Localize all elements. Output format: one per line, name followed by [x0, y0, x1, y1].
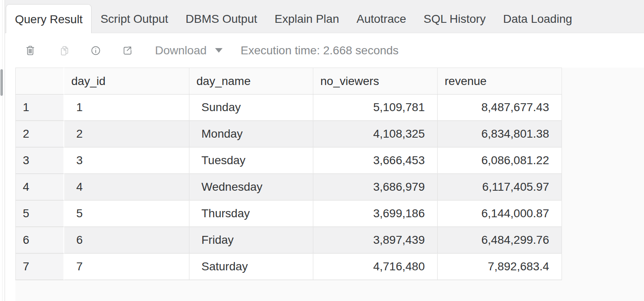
open-in-new-button[interactable] — [121, 44, 133, 58]
cell-revenue[interactable]: 6,484,299.76 — [438, 227, 562, 254]
cell-day_name[interactable]: Saturday — [189, 254, 313, 280]
row-number-cell[interactable]: 2 — [15, 121, 64, 148]
cell-day_id[interactable]: 7 — [64, 254, 189, 280]
cell-day_name[interactable]: Tuesday — [189, 148, 313, 174]
table-row: 33Tuesday3,666,4536,086,081.22 — [15, 148, 562, 174]
table-header: day_idday_nameno_viewersrevenue — [15, 68, 562, 95]
cell-no_viewers[interactable]: 3,686,979 — [313, 174, 438, 201]
result-grid-region: day_idday_nameno_viewersrevenue 11Sunday… — [15, 68, 644, 301]
cell-revenue[interactable]: 6,086,081.22 — [438, 148, 562, 174]
table-row: 11Sunday5,109,7818,487,677.43 — [15, 95, 562, 121]
row-number-cell[interactable]: 6 — [15, 227, 64, 254]
tab-sql-history[interactable]: SQL History — [415, 0, 494, 33]
cell-no_viewers[interactable]: 3,666,453 — [313, 148, 438, 174]
table-header-row: day_idday_nameno_viewersrevenue — [15, 68, 562, 95]
cell-day_id[interactable]: 1 — [64, 95, 189, 121]
tab-autotrace[interactable]: Autotrace — [348, 0, 415, 33]
cell-day_name[interactable]: Wednesday — [189, 174, 313, 201]
cell-day_name[interactable]: Friday — [189, 227, 313, 254]
tab-script-output[interactable]: Script Output — [92, 0, 177, 33]
delete-result-button[interactable] — [24, 44, 36, 58]
cell-no_viewers[interactable]: 3,897,439 — [313, 227, 438, 254]
chevron-down-icon — [215, 48, 223, 53]
cell-no_viewers[interactable]: 3,699,186 — [313, 201, 438, 227]
cell-day_name[interactable]: Monday — [189, 121, 313, 148]
cell-no_viewers[interactable]: 4,108,325 — [313, 121, 438, 148]
table-row: 44Wednesday3,686,9796,117,405.97 — [15, 174, 562, 201]
copy-result-button[interactable] — [58, 44, 70, 58]
cell-revenue[interactable]: 7,892,683.4 — [438, 254, 562, 280]
cell-no_viewers[interactable]: 5,109,781 — [313, 95, 438, 121]
cell-no_viewers[interactable]: 4,716,480 — [313, 254, 438, 280]
table-row: 66Friday3,897,4396,484,299.76 — [15, 227, 562, 254]
result-toolbar: Download Execution time: 2.668 seconds — [5, 33, 644, 68]
row-number-cell[interactable]: 3 — [15, 148, 64, 174]
table-row: 55Thursday3,699,1866,144,000.87 — [15, 201, 562, 227]
row-number-cell[interactable]: 7 — [15, 254, 64, 280]
download-label: Download — [155, 44, 207, 57]
query-result-table: day_idday_nameno_viewersrevenue 11Sunday… — [15, 68, 562, 280]
trash-icon — [24, 45, 36, 56]
table-body: 11Sunday5,109,7818,487,677.4322Monday4,1… — [15, 95, 562, 280]
cell-day_id[interactable]: 3 — [64, 148, 189, 174]
cell-day_name[interactable]: Sunday — [189, 95, 313, 121]
copy-icon — [58, 45, 70, 56]
table-row: 22Monday4,108,3256,834,801.38 — [15, 121, 562, 148]
cell-day_id[interactable]: 2 — [64, 121, 189, 148]
row-number-cell[interactable]: 5 — [15, 201, 64, 227]
left-scrollbar-track — [0, 0, 5, 301]
column-header-no_viewers[interactable]: no_viewers — [313, 68, 438, 95]
tab-bar: Query ResultScript OutputDBMS OutputExpl… — [5, 0, 644, 33]
row-number-cell[interactable]: 1 — [15, 95, 64, 121]
download-dropdown[interactable]: Download — [155, 44, 223, 57]
corner-header-cell — [15, 68, 64, 95]
tab-dbms-output[interactable]: DBMS Output — [177, 0, 266, 33]
column-header-revenue[interactable]: revenue — [438, 68, 562, 95]
tab-query-result[interactable]: Query Result — [6, 4, 92, 33]
gutter-divider — [2, 0, 2, 301]
info-button[interactable] — [90, 44, 102, 58]
cell-day_name[interactable]: Thursday — [189, 201, 313, 227]
cell-revenue[interactable]: 6,144,000.87 — [438, 201, 562, 227]
execution-time-label: Execution time: 2.668 seconds — [241, 44, 399, 57]
tab-explain-plan[interactable]: Explain Plan — [266, 0, 348, 33]
open-in-new-icon — [121, 45, 133, 56]
column-header-day_name[interactable]: day_name — [189, 68, 313, 95]
cell-revenue[interactable]: 6,117,405.97 — [438, 174, 562, 201]
cell-day_id[interactable]: 5 — [64, 201, 189, 227]
cell-revenue[interactable]: 6,834,801.38 — [438, 121, 562, 148]
cell-day_id[interactable]: 4 — [64, 174, 189, 201]
info-icon — [90, 45, 102, 56]
tab-data-loading[interactable]: Data Loading — [494, 0, 581, 33]
cell-revenue[interactable]: 8,487,677.43 — [438, 95, 562, 121]
cell-day_id[interactable]: 6 — [64, 227, 189, 254]
column-header-day_id[interactable]: day_id — [64, 68, 189, 95]
row-number-cell[interactable]: 4 — [15, 174, 64, 201]
left-scrollbar-thumb[interactable] — [0, 69, 3, 96]
table-row: 77Saturday4,716,4807,892,683.4 — [15, 254, 562, 280]
